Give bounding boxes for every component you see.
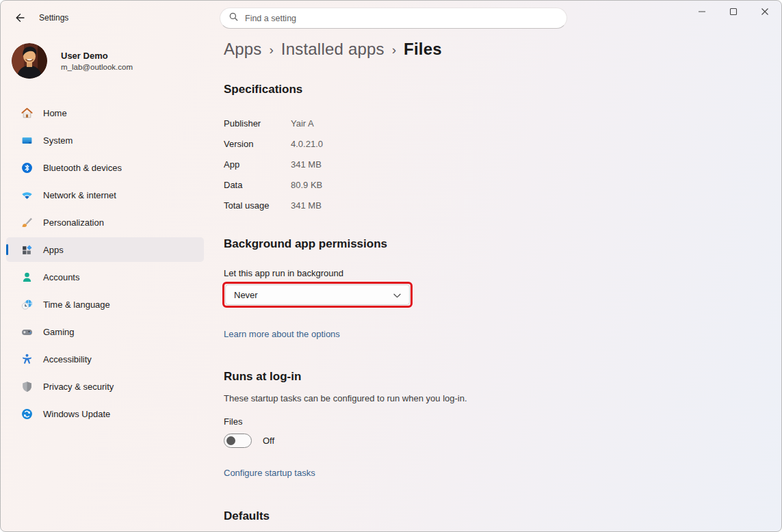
startup-toggle[interactable] [224,434,252,448]
sidebar-item-label: Accessibility [43,354,92,364]
sidebar-item-home[interactable]: Home [6,101,204,125]
runs-at-login-description: These startup tasks can be configured to… [224,393,467,403]
network-icon [21,189,33,201]
breadcrumb-apps[interactable]: Apps [224,40,262,59]
defaults-title: Defaults [224,509,270,523]
sidebar-nav: Home System Bluetooth & devices Network … [6,101,204,429]
privacy-icon [21,381,33,393]
sidebar-item-windows-update[interactable]: Windows Update [6,401,204,426]
sidebar-item-personalization[interactable]: Personalization [6,210,204,235]
sidebar-item-bluetooth-devices[interactable]: Bluetooth & devices [6,155,204,180]
spec-row-app-size: App 341 MB [224,154,323,174]
sidebar-item-label: Time & language [43,300,110,310]
startup-toggle-row: Off [224,434,274,448]
spec-label: Total usage [224,200,291,211]
annotation-red-box: Never [222,282,413,308]
spec-row-version: Version 4.0.21.0 [224,133,323,154]
sidebar-item-label: Personalization [43,217,104,228]
spec-value: Yair A [291,118,314,129]
profile-email: m_lab@outlook.com [61,63,133,71]
home-icon [21,107,33,119]
sidebar-item-accounts[interactable]: Accounts [6,265,204,289]
startup-task-label: Files [224,416,242,427]
sidebar-item-label: Apps [43,245,64,255]
specifications-title: Specifications [224,83,302,96]
background-permissions-title: Background app permissions [224,237,387,251]
sidebar-item-label: Bluetooth & devices [43,163,122,173]
toggle-knob [226,436,235,445]
gaming-icon [21,326,33,338]
accessibility-icon [21,354,33,365]
background-permission-dropdown[interactable]: Never [225,284,410,305]
sidebar-item-gaming[interactable]: Gaming [6,319,204,344]
settings-window: Settings [0,0,782,532]
spec-label: Data [224,180,291,190]
bluetooth-icon [21,162,33,174]
profile-text: User Demo m_lab@outlook.com [61,51,133,71]
sidebar-item-label: Home [43,108,67,118]
spec-row-publisher: Publisher Yair A [224,113,323,133]
avatar [12,43,47,79]
sidebar-item-apps[interactable]: Apps [6,237,204,262]
sidebar: User Demo m_lab@outlook.com Home System [1,1,213,531]
sidebar-item-label: System [43,135,73,146]
spec-label: App [224,159,291,170]
specifications-table: Publisher Yair A Version 4.0.21.0 App 34… [224,113,323,215]
run-in-background-label: Let this app run in background [224,268,343,278]
search-box[interactable] [220,8,567,29]
spec-row-data-size: Data 80.9 KB [224,174,323,195]
apps-icon [21,244,33,256]
accounts-icon [21,271,33,283]
sidebar-item-label: Privacy & security [43,382,114,392]
user-profile: User Demo m_lab@outlook.com [12,43,133,79]
sidebar-item-label: Windows Update [43,409,110,419]
toggle-state-label: Off [263,436,274,446]
sidebar-item-network-internet[interactable]: Network & internet [6,183,204,207]
time-language-icon [21,299,33,310]
sidebar-item-label: Gaming [43,327,75,337]
sidebar-item-accessibility[interactable]: Accessibility [6,347,204,371]
breadcrumb-current-page: Files [404,40,442,59]
chevron-right-icon: › [392,42,396,57]
sidebar-item-privacy-security[interactable]: Privacy & security [6,374,204,399]
windows-update-icon [21,408,33,420]
configure-startup-tasks-link[interactable]: Configure startup tasks [224,468,315,478]
sidebar-item-system[interactable]: System [6,128,204,152]
spec-label: Version [224,139,291,149]
chevron-right-icon: › [270,42,274,57]
sidebar-item-time-language[interactable]: Time & language [6,292,204,317]
search-icon [229,12,239,25]
main-content: Apps › Installed apps › Files Specificat… [213,1,781,531]
dropdown-selected-value: Never [234,290,258,300]
learn-more-link[interactable]: Learn more about the options [224,329,340,339]
selected-indicator [6,244,8,255]
system-icon [21,135,33,146]
chevron-down-icon [393,289,401,301]
personalization-icon [21,217,33,228]
spec-row-total-usage: Total usage 341 MB [224,195,323,215]
search-input[interactable] [245,14,558,23]
breadcrumb: Apps › Installed apps › Files [224,40,442,59]
sidebar-item-label: Accounts [43,272,79,282]
breadcrumb-installed-apps[interactable]: Installed apps [281,40,385,59]
spec-label: Publisher [224,118,291,129]
sidebar-item-label: Network & internet [43,190,116,200]
runs-at-login-title: Runs at log-in [224,370,301,384]
spec-value: 341 MB [291,200,322,211]
spec-value: 341 MB [291,159,322,170]
spec-value: 4.0.21.0 [291,139,323,149]
profile-name: User Demo [61,51,133,61]
spec-value: 80.9 KB [291,180,322,190]
